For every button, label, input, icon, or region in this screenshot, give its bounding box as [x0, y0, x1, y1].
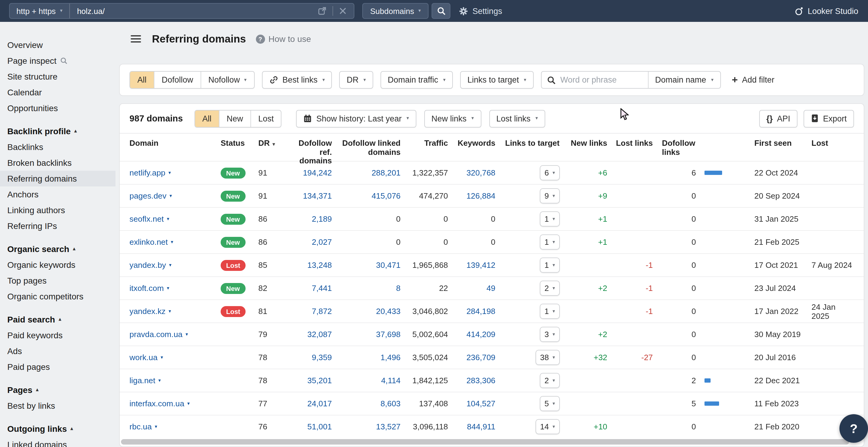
domain-link[interactable]: itxoft.com ▾ — [129, 284, 221, 293]
horizontal-scrollbar[interactable] — [121, 439, 849, 445]
new-links-value[interactable]: +32 — [566, 353, 607, 362]
export-button[interactable]: Export — [804, 110, 854, 127]
dofollow-ref-domains-link[interactable]: 24,017 — [286, 399, 332, 408]
dofollow-linked-domains-link[interactable]: 20,433 — [332, 307, 401, 316]
dofollow-ref-domains-link[interactable]: 2,189 — [286, 214, 332, 224]
dofollow-linked-domains-link[interactable]: 13,527 — [332, 422, 401, 431]
col-new-links[interactable]: New links — [566, 139, 607, 148]
dr-filter-button[interactable]: DR ▾ — [339, 71, 373, 89]
keywords-link[interactable]: 0 — [448, 238, 495, 247]
sidebar-item-linking-authors[interactable]: Linking authors — [0, 202, 116, 218]
keywords-link[interactable]: 104,527 — [448, 399, 495, 408]
keywords-link[interactable]: 414,209 — [448, 330, 495, 339]
lost-links-value[interactable]: -27 — [607, 353, 653, 362]
sidebar-section-pages[interactable]: Pages▴ — [0, 382, 116, 398]
dofollow-ref-domains-link[interactable]: 134,371 — [286, 191, 332, 200]
keywords-link[interactable]: 844,911 — [448, 422, 495, 431]
keywords-link[interactable]: 139,412 — [448, 261, 495, 270]
col-keywords[interactable]: Keywords — [448, 139, 495, 148]
col-links-to-target[interactable]: Links to target — [495, 139, 566, 148]
domain-link[interactable]: rbc.ua ▾ — [129, 422, 221, 431]
search-mode-dropdown[interactable]: Domain name ▾ — [648, 72, 720, 88]
dofollow-ref-domains-link[interactable]: 32,087 — [286, 330, 332, 339]
segment-new[interactable]: New — [219, 110, 250, 127]
links-to-target-select[interactable]: 5 ▾ — [540, 396, 560, 411]
sidebar-section-organic-search[interactable]: Organic search▴ — [0, 241, 116, 257]
dofollow-ref-domains-link[interactable]: 13,248 — [286, 261, 332, 270]
keywords-link[interactable]: 0 — [448, 214, 495, 224]
domain-link[interactable]: work.ua ▾ — [129, 353, 221, 362]
col-dofollow-links[interactable]: Dofollow links — [653, 139, 699, 157]
dofollow-ref-domains-link[interactable]: 51,001 — [286, 422, 332, 431]
new-links-value[interactable]: +1 — [566, 214, 607, 224]
dofollow-ref-domains-link[interactable]: 7,441 — [286, 284, 332, 293]
dofollow-ref-domains-link[interactable]: 35,201 — [286, 376, 332, 385]
links-to-target-select[interactable]: 1 ▾ — [540, 234, 560, 250]
sidebar-item-opportunities[interactable]: Opportunities — [0, 100, 116, 116]
sidebar-item-paid-pages[interactable]: Paid pages — [0, 359, 116, 375]
domain-link[interactable]: exlinko.net ▾ — [129, 238, 221, 247]
word-or-phrase-input[interactable] — [556, 72, 648, 88]
links-to-target-select[interactable]: 38 ▾ — [535, 350, 560, 365]
col-lost-links[interactable]: Lost links — [607, 139, 653, 148]
best-links-filter-button[interactable]: Best links ▾ — [262, 71, 332, 89]
links-to-target-select[interactable]: 2 ▾ — [540, 281, 560, 296]
keywords-link[interactable]: 283,306 — [448, 376, 495, 385]
links-to-target-select[interactable]: 1 ▾ — [540, 257, 560, 273]
segment-lost[interactable]: Lost — [250, 110, 281, 127]
sidebar-item-linked-domains[interactable]: Linked domains — [0, 437, 116, 447]
dofollow-linked-domains-link[interactable]: 288,201 — [332, 168, 401, 177]
links-to-target-select[interactable]: 14 ▾ — [535, 419, 560, 434]
col-domain[interactable]: Domain — [129, 139, 221, 148]
sidebar-section-backlink-profile[interactable]: Backlink profile▴ — [0, 123, 116, 139]
col-dofollow-linked-domains[interactable]: Dofollow linked domains — [332, 139, 401, 157]
domain-link[interactable]: seoflx.net ▾ — [129, 214, 221, 224]
col-dr[interactable]: DR ▾ — [256, 139, 286, 148]
domain-traffic-filter-button[interactable]: Domain traffic ▾ — [380, 71, 453, 89]
new-links-value[interactable]: +2 — [566, 330, 607, 339]
external-link-icon[interactable] — [318, 7, 327, 15]
domain-link[interactable]: yandex.kz ▾ — [129, 307, 221, 316]
lost-links-dropdown[interactable]: Lost links ▾ — [489, 110, 545, 127]
keywords-link[interactable]: 320,768 — [448, 168, 495, 177]
new-links-value[interactable]: +6 — [566, 168, 607, 177]
domain-link[interactable]: pages.dev ▾ — [129, 191, 221, 200]
sidebar-item-page-inspect[interactable]: Page inspect — [0, 53, 116, 69]
dofollow-linked-domains-link[interactable]: 0 — [332, 238, 401, 247]
col-dofollow-ref-domains[interactable]: Dofollow ref. domains — [286, 139, 332, 166]
dofollow-linked-domains-link[interactable]: 30,471 — [332, 261, 401, 270]
segment-dofollow[interactable]: Dofollow — [154, 72, 200, 88]
sidebar-item-broken-backlinks[interactable]: Broken backlinks — [0, 155, 116, 171]
new-links-value[interactable]: +2 — [566, 284, 607, 293]
looker-studio-button[interactable]: Looker Studio — [794, 6, 858, 15]
dofollow-linked-domains-link[interactable]: 4,114 — [332, 376, 401, 385]
sidebar-item-anchors[interactable]: Anchors — [0, 186, 116, 202]
sidebar-item-organic-competitors[interactable]: Organic competitors — [0, 288, 116, 304]
dofollow-linked-domains-link[interactable]: 8,603 — [332, 399, 401, 408]
links-to-target-select[interactable]: 3 ▾ — [540, 327, 560, 342]
segment-all[interactable]: All — [195, 110, 219, 127]
sidebar-item-ads[interactable]: Ads — [0, 343, 116, 359]
dofollow-linked-domains-link[interactable]: 37,698 — [332, 330, 401, 339]
dofollow-ref-domains-link[interactable]: 2,027 — [286, 238, 332, 247]
links-to-target-select[interactable]: 2 ▾ — [540, 373, 560, 388]
api-button[interactable]: {} API — [759, 110, 798, 127]
dofollow-linked-domains-link[interactable]: 0 — [332, 214, 401, 224]
sidebar-item-paid-keywords[interactable]: Paid keywords — [0, 328, 116, 343]
links-to-target-select[interactable]: 6 ▾ — [540, 165, 560, 180]
domain-link[interactable]: pravda.com.ua ▾ — [129, 330, 221, 339]
help-button[interactable]: ? — [839, 414, 868, 443]
scope-dropdown[interactable]: Subdomains ▾ — [362, 3, 429, 19]
sidebar-item-referring-ips[interactable]: Referring IPs — [0, 218, 116, 234]
lost-links-value[interactable]: -1 — [607, 284, 653, 293]
links-to-target-select[interactable]: 1 ▾ — [540, 211, 560, 227]
menu-icon[interactable] — [131, 35, 141, 42]
sidebar-item-overview[interactable]: Overview — [0, 37, 116, 53]
sidebar-item-site-structure[interactable]: Site structure — [0, 69, 116, 84]
segment-all[interactable]: All — [130, 72, 154, 88]
url-input[interactable] — [77, 6, 311, 15]
new-links-value[interactable]: +9 — [566, 191, 607, 200]
add-filter-button[interactable]: + Add filter — [732, 75, 774, 85]
domain-link[interactable]: interfax.com.ua ▾ — [129, 399, 221, 408]
sidebar-section-paid-search[interactable]: Paid search▴ — [0, 312, 116, 328]
